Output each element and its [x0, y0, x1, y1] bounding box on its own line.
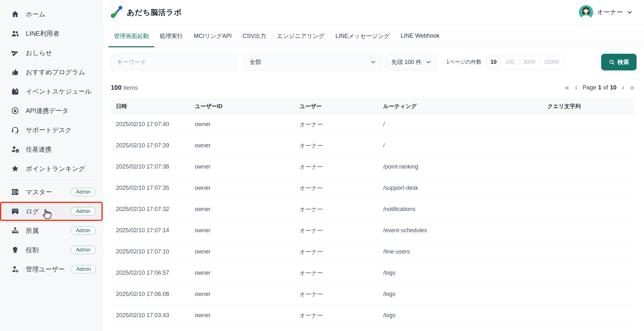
search-button[interactable]: 検索 [601, 54, 637, 70]
column-header: 日時 [111, 99, 190, 114]
page-indicator: Page 1 of 10 [583, 84, 617, 91]
send-icon [11, 49, 19, 57]
page-size-option[interactable]: 100 [501, 55, 518, 69]
cell-datetime: 2025/02/10 17:07:40 [111, 114, 190, 135]
sidebar-item[interactable]: イベントスケジュール [0, 82, 103, 101]
sidebar-item-label: 所属 [26, 226, 39, 235]
cell-route: /notifications [378, 199, 542, 220]
previous-page-button[interactable]: ‹ [574, 84, 578, 91]
limit-select-value: 先頭 100 件 [391, 58, 421, 66]
sidebar-item[interactable]: 住基連携 [0, 140, 103, 159]
results-row: 100 items « ‹ Page 1 of 10 › » [111, 81, 635, 94]
sidebar-item[interactable]: 管理ユーザー Admin [0, 260, 103, 279]
sidebar-item[interactable]: マスター Admin [0, 182, 103, 202]
admin-badge: Admin [71, 265, 96, 273]
cell-route: /logs [378, 305, 542, 326]
cell-query [542, 284, 635, 305]
user-menu-label: オーナー [597, 8, 623, 16]
calendar-icon [11, 87, 19, 96]
page-size-label: 1ページの件数 [446, 59, 481, 66]
sidebar: ホーム LINE利用者 おしらせ おすすめプログラム イベントスケジュール AP… [0, 0, 103, 331]
sidebar-item-label: サポートデスク [26, 126, 72, 134]
tabs-bar: 管理画面起動処理実行MCIリングAPICSV出力エンジニアリングLINEメッセー… [103, 25, 644, 47]
scope-select-value: 全部 [250, 58, 261, 66]
log-table-body: 2025/02/10 17:07:40 owner オーナー / 2025/02… [111, 114, 635, 326]
sidebar-item-label: ポイントランキング [26, 164, 85, 173]
user-admin-icon [11, 265, 19, 273]
table-row: 2025/02/10 17:06:57 owner オーナー /logs [111, 262, 635, 284]
cell-user-id: owner [190, 284, 294, 305]
cell-user: オーナー [294, 178, 378, 199]
cell-route: /event-schedules [378, 220, 542, 241]
next-page-button[interactable]: › [621, 84, 625, 91]
sidebar-item[interactable]: 役割 Admin [0, 240, 103, 260]
search-icon [609, 59, 615, 65]
column-header: クエリ文字列 [542, 99, 635, 114]
cell-datetime: 2025/02/10 17:07:38 [111, 156, 190, 178]
tab[interactable]: CSV出力 [237, 25, 271, 47]
total-pages: 10 [610, 84, 617, 91]
cell-query [542, 114, 635, 135]
cell-user-id: owner [190, 220, 294, 241]
sidebar-item[interactable]: おすすめプログラム [0, 62, 103, 82]
app-root: ホーム LINE利用者 おしらせ おすすめプログラム イベントスケジュール AP… [0, 0, 644, 331]
cell-route: /logs [378, 262, 542, 284]
page-label: Page [583, 84, 596, 91]
sitemap-icon [11, 226, 19, 235]
cell-query [542, 305, 635, 326]
tab[interactable]: エンジニアリング [271, 25, 330, 47]
cell-user-id: owner [190, 156, 294, 178]
tab[interactable]: LINE Webhook [395, 25, 445, 47]
page-size-option[interactable]: 10 [486, 55, 501, 69]
headset-icon [11, 126, 19, 134]
cell-query [542, 262, 635, 284]
home-icon [11, 10, 19, 18]
sidebar-item[interactable]: ポイントランキング [0, 159, 103, 178]
table-row: 2025/02/10 17:07:14 owner オーナー /event-sc… [111, 220, 635, 241]
user-menu[interactable]: オーナー [579, 5, 632, 19]
sidebar-item-label: おしらせ [26, 49, 52, 57]
sidebar-item[interactable]: サポートデスク [0, 120, 103, 140]
sidebar-item[interactable]: API連携データ [0, 101, 103, 120]
admin-badge: Admin [71, 246, 96, 254]
admin-badge: Admin [71, 226, 96, 235]
pagination: « ‹ Page 1 of 10 › » [564, 84, 635, 91]
limit-select[interactable]: 先頭 100 件 [385, 54, 437, 70]
tab[interactable]: MCIリングAPI [188, 25, 237, 47]
star-icon [11, 164, 19, 173]
sidebar-item[interactable]: ログ Admin [0, 202, 103, 221]
cell-datetime: 2025/02/10 17:07:39 [111, 135, 190, 156]
table-row: 2025/02/10 17:07:32 owner オーナー /notifica… [111, 199, 635, 220]
table-row: 2025/02/10 17:07:39 owner オーナー / [111, 135, 635, 156]
log-icon [11, 207, 19, 216]
page-size-option[interactable]: 10000 [539, 55, 563, 69]
cell-user: オーナー [294, 305, 378, 326]
plug-icon [11, 106, 19, 115]
tab[interactable]: 管理画面起動 [109, 25, 154, 47]
cell-datetime: 2025/02/10 17:07:32 [111, 199, 190, 220]
tab[interactable]: 処理実行 [154, 25, 188, 47]
last-page-button[interactable]: » [630, 84, 635, 91]
sidebar-item-label: 住基連携 [26, 145, 52, 154]
sidebar-item[interactable]: おしらせ [0, 43, 103, 62]
admin-badge: Admin [71, 207, 96, 216]
sidebar-item-label: API連携データ [26, 106, 69, 115]
page-size-option[interactable]: 3000 [519, 55, 540, 69]
tab[interactable]: LINEメッセージング [330, 25, 395, 47]
sidebar-item[interactable]: 所属 Admin [0, 221, 103, 240]
scope-select[interactable]: 全部 [243, 54, 382, 70]
table-row: 2025/02/10 17:07:10 owner オーナー /line-use… [111, 241, 635, 262]
keyword-input[interactable] [117, 59, 231, 66]
cell-query [542, 241, 635, 262]
table-header-row: 日時ユーザーIDユーザールーティングクエリ文字列 [111, 99, 635, 114]
sidebar-item-label: ログ [26, 207, 39, 216]
cell-user: オーナー [294, 284, 378, 305]
cell-user-id: owner [190, 114, 294, 135]
chevron-down-icon [627, 10, 632, 15]
column-header: ルーティング [378, 99, 542, 114]
sidebar-item[interactable]: ホーム [0, 5, 103, 24]
first-page-button[interactable]: « [564, 84, 570, 91]
cell-query [542, 178, 635, 199]
sidebar-item[interactable]: LINE利用者 [0, 24, 103, 43]
cell-route: /point-ranking [378, 156, 542, 178]
